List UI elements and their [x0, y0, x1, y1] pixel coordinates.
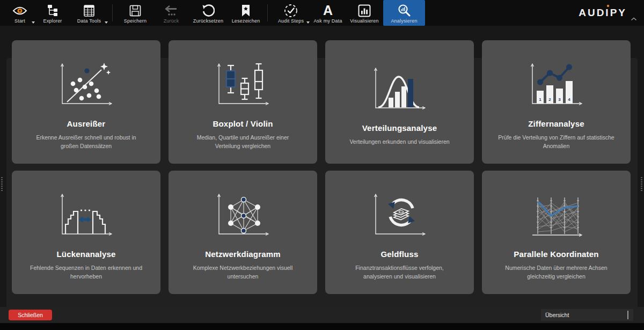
folder-tree-icon	[47, 3, 58, 18]
reset-icon	[202, 3, 215, 18]
toolbar-label: Zurücksetzen	[193, 18, 223, 24]
card-title: Netzwerkdiagramm	[205, 250, 281, 259]
toolbar-label: Ask my Data	[313, 18, 342, 24]
toolbar-label: Visualisieren	[350, 18, 378, 24]
outlier-scatter-icon	[57, 49, 116, 112]
toolbar-button-lesezeichen[interactable]: Lesezeichen	[228, 0, 264, 26]
brand-logo-i: I	[605, 7, 610, 18]
toolbar-button-audit-steps[interactable]: Audit Steps	[272, 0, 310, 26]
card-title: Parallele Koordinaten	[514, 250, 598, 259]
card-description: Komplexe Netzwerkbeziehungen visuell unt…	[184, 264, 302, 281]
letter-a-icon: A	[321, 3, 334, 18]
card-description: Finanztransaktionsflüsse verfolgen, anal…	[341, 264, 459, 281]
card-title: Ziffernanalyse	[528, 119, 584, 128]
back-arrow-icon	[164, 3, 178, 18]
overview-tab-label: Übersicht	[545, 312, 569, 318]
chevron-down-icon[interactable]	[32, 21, 35, 24]
card-title: Lückenanalyse	[56, 250, 115, 259]
card-title: Geldfluss	[380, 250, 418, 259]
toolbar-label: Lesezeichen	[232, 18, 260, 24]
bar-chart-icon	[358, 3, 371, 18]
card-description: Prüfe die Verteilung von Ziffern auf sta…	[497, 134, 616, 151]
card-netzwerkdiagramm[interactable]: Netzwerkdiagramm Komplexe Netzwerkbezieh…	[169, 171, 317, 294]
card-description: Numerische Daten über mehrere Achsen gle…	[497, 264, 616, 281]
distribution-curve-icon	[370, 54, 429, 116]
toolbar-button-zuruecksetzen[interactable]: Zurücksetzen	[188, 0, 228, 26]
card-title: Boxplot / Violin	[213, 119, 273, 128]
card-lueckenanalyse[interactable]: Lückenanalyse Fehlende Sequenzen in Date…	[12, 171, 160, 294]
toolbar-label: Data Tools	[77, 18, 101, 24]
top-ribbon: Start Explorer Data Tools Speichern Zurü…	[0, 0, 644, 26]
save-icon	[129, 3, 141, 18]
gap-histogram-icon	[57, 180, 116, 242]
card-ausreisser[interactable]: Ausreißer Erkenne Ausreißer schnell und …	[12, 40, 160, 164]
card-ziffernanalyse[interactable]: 1234 Ziffernanalyse Prüfe die Verteilung…	[482, 40, 631, 164]
card-description: Verteilungen erkunden und visualisieren	[349, 138, 449, 146]
svg-text:2: 2	[548, 97, 551, 102]
toolbar-label: Explorer	[43, 18, 62, 24]
bottom-strip	[0, 323, 644, 330]
chevron-down-icon[interactable]	[105, 21, 108, 24]
toolbar-button-ask-my-data[interactable]: A Ask my Data	[310, 0, 346, 26]
card-description: Fehlende Sequenzen in Daten erkennen und…	[27, 264, 145, 281]
card-description: Erkenne Ausreißer schnell und robust in …	[27, 134, 145, 151]
toolbar-button-speichern[interactable]: Speichern	[116, 0, 154, 26]
toolbar-label: Analysieren	[391, 18, 417, 24]
analysis-card-grid: Ausreißer Erkenne Ausreißer schnell und …	[12, 40, 632, 294]
data-table-icon	[83, 3, 95, 18]
toolbar-button-visualisieren[interactable]: Visualisieren	[346, 0, 383, 26]
toolbar-divider	[267, 4, 268, 21]
digit-bars-icon: 1234	[527, 49, 586, 112]
brand-logo: AUDIPY	[579, 7, 627, 19]
network-graph-icon	[214, 180, 273, 242]
svg-text:4: 4	[568, 97, 570, 102]
toolbar-label: Start	[14, 18, 25, 24]
svg-text:3: 3	[558, 97, 561, 102]
toolbar-button-zurueck[interactable]: Zurück	[154, 0, 188, 26]
close-button[interactable]: Schließen	[9, 310, 52, 320]
toolbar-label: Speichern	[124, 18, 147, 24]
toolbar-label: Audit Steps	[278, 18, 304, 24]
bookmark-icon	[241, 3, 251, 18]
footer-bar: Schließen Übersicht	[0, 307, 644, 323]
toolbar-label: Zurück	[164, 18, 179, 24]
boxplot-icon	[214, 49, 273, 112]
toolbar-button-data-tools[interactable]: Data Tools	[70, 0, 108, 26]
card-geldfluss[interactable]: Geldfluss Finanztransaktionsflüsse verfo…	[325, 171, 474, 294]
audit-check-icon	[284, 3, 298, 18]
svg-text:1: 1	[539, 97, 541, 102]
magnifier-chart-icon	[397, 3, 411, 18]
card-boxplot-violin[interactable]: Boxplot / Violin Median, Quartile und Au…	[169, 40, 317, 164]
brand-logo-prefix: AUD	[579, 7, 605, 18]
card-title: Ausreißer	[67, 119, 106, 128]
toolbar-button-start[interactable]: Start	[4, 0, 35, 26]
toolbar-button-explorer[interactable]: Explorer	[35, 0, 70, 26]
panel-drag-handle-right[interactable]	[641, 177, 642, 192]
toolbar-divider	[112, 4, 113, 21]
toolbar-button-analysieren[interactable]: Analysieren	[383, 0, 425, 26]
card-title: Verteilungsanalyse	[362, 123, 437, 133]
brand-logo-suffix: PY	[610, 7, 627, 18]
overview-tab[interactable]: Übersicht	[541, 309, 633, 321]
eye-icon	[12, 3, 27, 18]
card-description: Median, Quartile und Ausreißer einer Ver…	[184, 134, 302, 151]
overview-tab-divider	[627, 311, 628, 319]
card-verteilungsanalyse[interactable]: Verteilungsanalyse Verteilungen erkunden…	[325, 40, 474, 164]
close-button-label: Schließen	[18, 312, 43, 318]
collapse-ribbon-icon[interactable]	[631, 13, 637, 23]
money-flow-icon	[370, 180, 429, 242]
svg-text:A: A	[323, 4, 333, 18]
parallel-coordinates-icon	[527, 180, 586, 242]
panel-drag-handle-left[interactable]	[1, 177, 3, 192]
card-parallele-koordinaten[interactable]: Parallele Koordinaten Numerische Daten ü…	[482, 171, 631, 294]
chevron-down-icon[interactable]	[306, 21, 310, 24]
